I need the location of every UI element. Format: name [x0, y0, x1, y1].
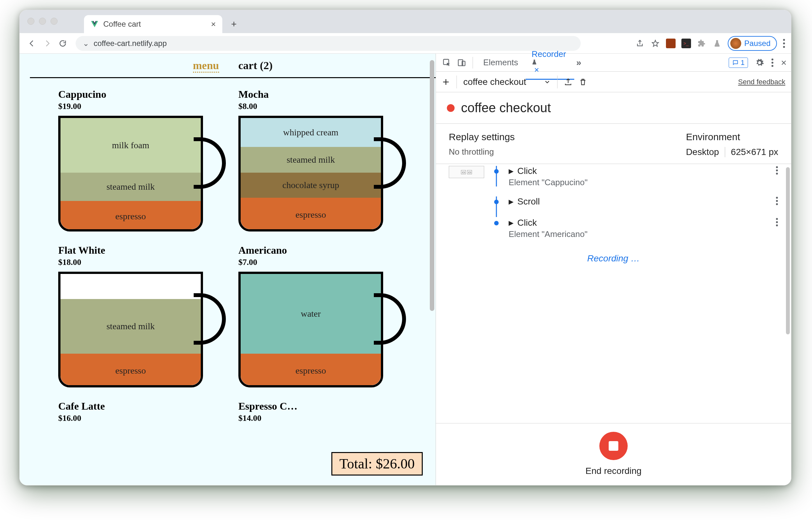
divider: [456, 76, 457, 88]
product-name: Espresso C…: [238, 400, 406, 412]
product-card[interactable]: Flat White $18.00 steamed milkespresso: [58, 244, 226, 388]
extension-icon-1[interactable]: [666, 39, 676, 48]
tab-elements[interactable]: Elements: [477, 54, 524, 71]
replay-settings-value[interactable]: No throttling: [449, 147, 515, 157]
product-card[interactable]: Mocha $8.00 whipped creamsteamed milkcho…: [238, 88, 406, 231]
svg-point-9: [776, 166, 778, 168]
product-name: Mocha: [238, 88, 406, 100]
product-card[interactable]: Cappucino $19.00 milk foamsteamed milkes…: [58, 88, 226, 231]
nav-cart-link[interactable]: cart (2): [238, 59, 273, 73]
window-controls[interactable]: [27, 18, 58, 25]
recording-status: Recording …: [449, 244, 778, 270]
env-size[interactable]: 625×671 px: [731, 147, 778, 157]
cup[interactable]: whipped creamsteamed milkchocolate syrup…: [238, 116, 383, 231]
caret-right-icon[interactable]: ▶: [509, 219, 513, 227]
product-price: $14.00: [238, 414, 406, 423]
step-row[interactable]: ▶Click Element "Americano": [449, 213, 778, 244]
step-menu-icon[interactable]: [775, 218, 778, 227]
new-recording-icon[interactable]: [442, 78, 450, 86]
product-card[interactable]: Cafe Latte $16.00: [58, 400, 226, 423]
devtools-close-icon[interactable]: ×: [781, 57, 787, 68]
zoom-window-icon[interactable]: [50, 18, 58, 25]
forward-button[interactable]: [41, 37, 54, 50]
svg-point-7: [771, 62, 773, 64]
browser-window: Coffee cart × + ⌄ coffee-cart.netlify.ap…: [19, 10, 792, 485]
svg-point-1: [783, 42, 785, 44]
delete-icon[interactable]: [579, 78, 587, 86]
nav-menu-link[interactable]: menu: [193, 59, 219, 73]
recording-dropdown-icon[interactable]: [544, 78, 551, 86]
url-field[interactable]: ⌄ coffee-cart.netlify.app: [76, 36, 581, 51]
timeline: [490, 166, 503, 174]
step-title: ▶Click: [509, 166, 770, 176]
stop-icon: [609, 441, 618, 451]
inspect-element-icon[interactable]: [440, 56, 453, 69]
product-price: $16.00: [58, 414, 226, 423]
extensions-puzzle-icon[interactable]: [697, 39, 707, 48]
cup[interactable]: steamed milkespresso: [58, 272, 203, 388]
recording-name[interactable]: coffee checkout: [463, 77, 537, 87]
product-price: $18.00: [58, 257, 226, 267]
new-tab-button[interactable]: +: [229, 19, 239, 29]
close-tab-icon[interactable]: ×: [211, 19, 216, 29]
step-menu-icon[interactable]: [775, 166, 778, 175]
page-scrollbar[interactable]: [430, 60, 434, 311]
page-viewport: menu cart (2) Cappucino $19.00 milk foam…: [20, 54, 436, 485]
labs-flask-icon[interactable]: [712, 39, 722, 48]
flask-icon: [532, 59, 568, 65]
tabs-overflow-icon[interactable]: »: [576, 58, 581, 68]
total-badge[interactable]: Total: $26.00: [331, 452, 423, 476]
issues-badge[interactable]: 1: [729, 58, 748, 68]
product-grid: Cappucino $19.00 milk foamsteamed milkes…: [20, 78, 436, 436]
share-icon[interactable]: [635, 39, 645, 48]
reload-button[interactable]: [56, 37, 69, 50]
stop-area: End recording: [436, 423, 791, 485]
recording-dot-icon: [447, 104, 454, 112]
svg-point-10: [776, 169, 778, 171]
step-thumbnail: [449, 218, 484, 230]
product-card[interactable]: Americano $7.00 waterespresso: [238, 244, 406, 388]
caret-right-icon[interactable]: ▶: [509, 198, 513, 206]
end-recording-button[interactable]: [599, 432, 628, 460]
devtools-menu-icon[interactable]: [771, 58, 774, 67]
settings-gear-icon[interactable]: [755, 58, 764, 67]
tab-title: Coffee cart: [103, 20, 141, 29]
close-window-icon[interactable]: [27, 18, 34, 25]
steps-list: ▭▭ ▶Click Element "Cappucino" ▶Scroll: [436, 164, 791, 423]
step-row[interactable]: ▭▭ ▶Click Element "Cappucino": [449, 164, 778, 192]
step-row[interactable]: ▶Scroll: [449, 192, 778, 213]
send-feedback-link[interactable]: Send feedback: [738, 78, 785, 86]
product-name: Cappucino: [58, 88, 226, 100]
caret-right-icon[interactable]: ▶: [509, 167, 513, 175]
step-subtitle: Element "Americano": [509, 229, 770, 239]
device-toggle-icon[interactable]: [455, 56, 468, 69]
recording-title-row: coffee checkout: [436, 92, 791, 123]
cup-layer: [60, 274, 201, 299]
export-icon[interactable]: [564, 78, 572, 86]
cup-handle: [194, 293, 226, 345]
step-thumbnail: [449, 196, 484, 209]
timeline: [490, 218, 503, 225]
cup-layer: chocolate syrup: [241, 172, 381, 198]
steps-scrollbar[interactable]: [786, 167, 790, 334]
cup[interactable]: waterespresso: [238, 272, 383, 388]
env-device[interactable]: Desktop: [686, 147, 725, 157]
browser-menu-icon[interactable]: [783, 39, 785, 48]
cup-handle: [374, 137, 406, 189]
step-menu-icon[interactable]: [775, 196, 778, 206]
step-subtitle: Element "Cappucino": [509, 178, 770, 187]
product-card[interactable]: Espresso C… $14.00: [238, 400, 406, 423]
back-button[interactable]: [25, 37, 38, 50]
cup-layer: steamed milk: [241, 147, 381, 172]
timeline-dot-icon: [494, 200, 499, 204]
cup-layer: whipped cream: [241, 118, 381, 147]
profile-paused-pill[interactable]: Paused: [728, 36, 777, 51]
cup-layer: espresso: [60, 354, 201, 385]
cup-handle: [194, 137, 226, 189]
extension-icon-2[interactable]: >_: [681, 39, 691, 48]
browser-tab[interactable]: Coffee cart ×: [84, 15, 222, 33]
minimize-window-icon[interactable]: [39, 18, 46, 25]
site-info-chevron-icon[interactable]: ⌄: [83, 39, 89, 48]
bookmark-star-icon[interactable]: [651, 39, 660, 48]
cup[interactable]: milk foamsteamed milkespresso: [58, 116, 203, 231]
